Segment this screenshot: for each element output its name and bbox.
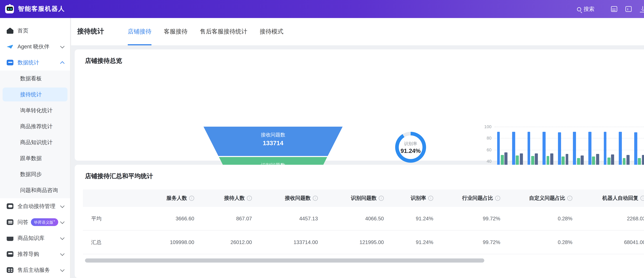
chevron-down-icon[interactable] xyxy=(60,235,64,240)
table-row: 汇总109998.0026012.00133714.00121995.0091.… xyxy=(83,231,644,254)
recognition-rate-gauge: 识别率91.24% xyxy=(395,132,426,163)
data-stats-icon xyxy=(7,60,14,65)
app-window: 智能客服机器人 搜索 已授权 企业版-Plus xyxy=(0,0,644,278)
header-cell: 识别问题数i xyxy=(325,195,391,202)
value-cell: 4066.50 xyxy=(325,216,391,221)
info-icon[interactable]: i xyxy=(495,196,500,201)
topbar-search[interactable]: 搜索 xyxy=(577,5,594,12)
sidebar-item-12[interactable]: 全自动接待管理 xyxy=(0,198,70,214)
value-cell: 91.24% xyxy=(391,239,440,245)
sidebar-item-label: 数据看板 xyxy=(20,75,42,82)
tab-4[interactable]: 接待模式 xyxy=(260,18,283,45)
sidebar-item-label: 商品推荐统计 xyxy=(20,123,52,130)
value-cell: 68041.00 xyxy=(580,239,644,245)
chevron-down-icon[interactable] xyxy=(60,267,64,272)
column-label: 接收问题数 xyxy=(285,195,311,202)
sidebar-item-label: 商品知识库 xyxy=(18,235,44,242)
sidebar-item-label: 售后主动服务 xyxy=(18,267,50,274)
value-cell: 99.72% xyxy=(440,239,508,245)
info-icon[interactable]: i xyxy=(313,196,318,201)
chevron-down-icon[interactable] xyxy=(60,44,64,48)
funnel-segment-value: 133714 xyxy=(204,140,342,147)
app-title: 智能客服机器人 xyxy=(18,5,65,13)
tab-bar: 店铺接待客服接待售后客服接待统计接待模式 xyxy=(128,18,283,45)
table-horizontal-scrollbar[interactable] xyxy=(85,259,484,263)
gauge-center: 识别率91.24% xyxy=(399,135,422,159)
sidebar-item-13[interactable]: 问答毕昇语义版+ xyxy=(0,214,70,230)
tab-3[interactable]: 售后客服接待统计 xyxy=(200,18,247,45)
sidebar-item-label: 数据同步 xyxy=(20,171,42,178)
column-label: 行业问题占比 xyxy=(462,195,493,202)
value-cell: 0.28% xyxy=(508,216,580,221)
sidebar-item-4[interactable]: 数据看板 xyxy=(0,70,70,86)
column-label: 识别问题数 xyxy=(351,195,376,202)
column-label: 机器人自动回复 xyxy=(602,195,638,202)
sidebar-item-2[interactable]: Agent 晓伙伴 xyxy=(0,39,70,54)
tab-2[interactable]: 客服接待 xyxy=(164,18,188,45)
funnel-segment-1: 接收问题数133714 xyxy=(204,127,342,156)
sidebar-item-10[interactable]: 数据同步 xyxy=(0,166,70,182)
sidebar-item-3[interactable]: 数据统计 xyxy=(0,54,70,70)
y-axis-tick-label: 80 xyxy=(480,136,492,141)
tab-1[interactable]: 店铺接待 xyxy=(128,18,152,45)
sidebar-item-8[interactable]: 商品知识统计 xyxy=(0,134,70,150)
sidebar-item-14[interactable]: 商品知识库 xyxy=(0,230,70,246)
info-icon[interactable]: i xyxy=(379,196,384,201)
header-cell: 自定义问题占比i xyxy=(508,195,580,202)
summary-panel-title: 店铺接待汇总和平均统计 xyxy=(85,172,153,181)
robot-logo-icon xyxy=(5,5,14,13)
sidebar-item-7[interactable]: 商品推荐统计 xyxy=(0,118,70,134)
sidebar-item-16[interactable]: 售后主动服务 xyxy=(0,262,70,278)
sidebar-item-1[interactable]: 首页 xyxy=(0,23,70,39)
value-cell: 2268.03 xyxy=(580,216,644,221)
agent-icon xyxy=(7,44,14,49)
recommend-icon xyxy=(7,251,14,257)
table-header-row: 服务人数i接待人数i接收问题数i识别问题数i识别率i行业问题占比i自定义问题占比… xyxy=(83,189,644,207)
sidebar: 首页Agent 晓伙伴数据统计数据看板接待统计询单转化统计商品推荐统计商品知识统… xyxy=(0,18,70,278)
summary-panel: 店铺接待汇总和平均统计 导出 服务人数i接待人数i接收问题数i识别问题数i识别率… xyxy=(75,165,644,278)
sidebar-item-11[interactable]: 问题和商品咨询 xyxy=(0,182,70,198)
sidebar-item-5[interactable]: 接待统计 xyxy=(0,86,70,102)
info-icon[interactable]: i xyxy=(428,196,433,201)
topbar: 智能客服机器人 搜索 已授权 企业版-Plus xyxy=(0,0,644,18)
dashboard-icon[interactable] xyxy=(611,6,617,12)
header-cell: 行业问题占比i xyxy=(440,195,508,202)
row-label-cell: 平均 xyxy=(83,215,140,222)
aftersale-icon xyxy=(7,267,14,273)
gauge-label: 识别率 xyxy=(404,141,417,147)
info-icon[interactable]: i xyxy=(567,196,572,201)
info-icon[interactable]: i xyxy=(247,196,252,201)
value-cell: 0.28% xyxy=(508,239,580,245)
page-title: 接待统计 xyxy=(77,27,104,36)
sidebar-item-label: 问答 xyxy=(18,219,28,226)
chevron-down-icon[interactable] xyxy=(60,219,64,224)
value-cell: 26012.00 xyxy=(202,239,259,245)
page-header: 接待统计 店铺接待客服接待售后客服接待统计接待模式 xyxy=(71,18,644,45)
sidebar-item-label: 商品知识统计 xyxy=(20,139,52,146)
sidebar-item-label: 全自动接待管理 xyxy=(18,203,56,210)
info-icon[interactable]: i xyxy=(640,196,644,201)
search-icon xyxy=(577,7,581,11)
sidebar-item-label: 问题和商品咨询 xyxy=(20,187,58,194)
sidebar-item-15[interactable]: 推荐导购 xyxy=(0,246,70,262)
value-cell: 99.72% xyxy=(440,216,508,221)
sidebar-item-label: 推荐导购 xyxy=(18,251,39,258)
ticket-icon[interactable] xyxy=(625,6,632,12)
info-icon[interactable]: i xyxy=(189,196,194,201)
chevron-down-icon[interactable] xyxy=(60,251,64,256)
value-cell: 4457.13 xyxy=(259,216,325,221)
qa-icon xyxy=(7,219,14,225)
chevron-down-icon[interactable] xyxy=(60,203,64,208)
column-label: 服务人数 xyxy=(166,195,187,202)
sidebar-item-9[interactable]: 跟单数据 xyxy=(0,150,70,166)
sidebar-item-label: 首页 xyxy=(18,27,28,34)
download-icon[interactable] xyxy=(640,6,644,12)
sidebar-item-label: 询单转化统计 xyxy=(20,107,52,114)
sidebar-item-6[interactable]: 询单转化统计 xyxy=(0,102,70,118)
semantic-edition-badge: 毕昇语义版+ xyxy=(31,218,58,226)
value-cell: 109998.00 xyxy=(140,239,202,245)
value-cell: 867.07 xyxy=(202,216,259,221)
y-axis-tick-label: 100 xyxy=(480,124,492,129)
funnel-segment-label: 接收问题数 xyxy=(204,132,342,138)
chevron-up-icon[interactable] xyxy=(60,61,64,65)
